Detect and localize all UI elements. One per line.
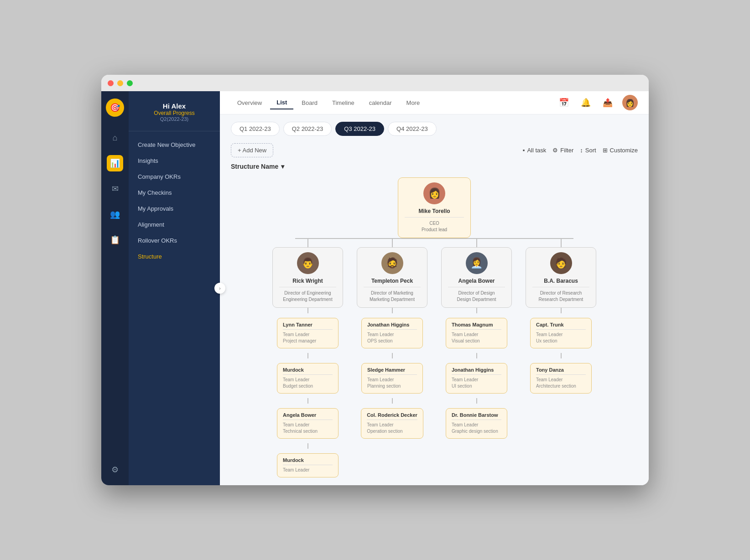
org-card-root: 👩 Mike Torello CEO Product lead bbox=[398, 177, 471, 238]
quarter-tab-q3[interactable]: Q3 2022-23 bbox=[335, 122, 384, 136]
customize-button[interactable]: ⊞ Customize bbox=[603, 147, 638, 154]
level2-col-angela: 👩‍💼 Angela Bower Director of Design Desi… bbox=[441, 238, 512, 439]
customize-icon: ⊞ bbox=[603, 147, 608, 154]
filter-icon: ⚙ bbox=[552, 147, 558, 154]
tab-more[interactable]: More bbox=[400, 97, 427, 109]
calendar-icon[interactable]: 📅 bbox=[557, 95, 571, 110]
sidebar-item-my-approvals[interactable]: My Approvals bbox=[129, 201, 220, 217]
level3-baracus-group: Capt. Trunk Team Leader Ux section bbox=[526, 308, 596, 394]
card-capt-trunk: Capt. Trunk Team Leader Ux section bbox=[530, 318, 592, 348]
org-card-baracus: 🧑 B.A. Baracus Director of Research Rese… bbox=[526, 247, 596, 308]
baracus-name: B.A. Baracus bbox=[532, 278, 589, 284]
level2-col-templeton: 🧔 Templeton Peck Director of Marketing M… bbox=[357, 238, 427, 439]
templeton-name: Templeton Peck bbox=[364, 278, 421, 284]
root-divider bbox=[405, 217, 464, 218]
sidebar-item-my-checkins[interactable]: My Checkins bbox=[129, 185, 220, 201]
app-window: 🎯 ⌂ 📊 ✉ 👥 📋 ⚙ Hi Alex Overall Progress Q… bbox=[101, 75, 649, 485]
filter-label: Filter bbox=[560, 147, 573, 154]
org-chart: 👩 Mike Torello CEO Product lead bbox=[231, 177, 638, 478]
card-angela-bower-l3: Angela Bower Team Leader Technical secti… bbox=[277, 408, 339, 439]
user-avatar[interactable]: 👩 bbox=[622, 95, 638, 110]
org-card-templeton: 🧔 Templeton Peck Director of Marketing M… bbox=[357, 247, 427, 308]
nav-sidebar: Hi Alex Overall Progress Q2(2022-23) Cre… bbox=[129, 91, 220, 485]
tab-calendar[interactable]: calendar bbox=[363, 97, 398, 109]
mail-icon[interactable]: ✉ bbox=[107, 181, 123, 197]
tab-list[interactable]: List bbox=[270, 96, 293, 109]
sidebar-item-rollover[interactable]: Rollover OKRs bbox=[129, 233, 220, 249]
org-chart-area: 👩 Mike Torello CEO Product lead bbox=[231, 177, 638, 478]
sidebar-item-alignment[interactable]: Alignment bbox=[129, 217, 220, 233]
level3-angela-group: Thomas Magnum Team Leader Visual section bbox=[441, 308, 512, 439]
main-content: Overview List Board Timeline calendar Mo… bbox=[220, 91, 649, 485]
app-logo: 🎯 bbox=[106, 99, 124, 117]
card-col-decker: Col. Roderick Decker Team Leader Operati… bbox=[361, 408, 423, 439]
sidebar-item-create-objective[interactable]: Create New Objective bbox=[129, 137, 220, 153]
level3-rick-group: Lynn Tanner Team Leader Project manager bbox=[272, 308, 343, 477]
avatar-root: 👩 bbox=[423, 182, 445, 204]
level2-col-baracus: 🧑 B.A. Baracus Director of Research Rese… bbox=[526, 238, 596, 394]
card-bonnie-barstow: Dr. Bonnie Barstow Team Leader Graphic d… bbox=[446, 408, 507, 439]
structure-header: Structure Name ▾ bbox=[231, 163, 638, 170]
avatar-baracus: 🧑 bbox=[550, 252, 572, 274]
root-title: CEO Product lead bbox=[405, 220, 464, 233]
sidebar-item-structure[interactable]: Structure bbox=[129, 249, 220, 264]
sidebar-item-company-okrs[interactable]: Company OKRs bbox=[129, 169, 220, 185]
sort-button[interactable]: ↕ Sort bbox=[580, 147, 596, 154]
card-tony-danza: Tony Danza Team Leader Architecture sect… bbox=[530, 363, 592, 394]
team-icon[interactable]: 👥 bbox=[107, 206, 123, 223]
settings-icon[interactable]: ⚙ bbox=[107, 461, 123, 478]
titlebar bbox=[101, 75, 649, 91]
avatar-templeton: 🧔 bbox=[381, 252, 403, 274]
document-icon[interactable]: 📋 bbox=[107, 232, 123, 248]
user-progress-label: Overall Progress bbox=[136, 110, 213, 116]
content-area: Q1 2022-23 Q2 2022-23 Q3 2022-23 Q4 2022… bbox=[220, 114, 649, 485]
export-icon[interactable]: 📤 bbox=[600, 95, 615, 110]
level2-card-baracus-wrap: 🧑 B.A. Baracus Director of Research Rese… bbox=[526, 247, 596, 394]
tab-timeline[interactable]: Timeline bbox=[326, 97, 361, 109]
app-body: 🎯 ⌂ 📊 ✉ 👥 📋 ⚙ Hi Alex Overall Progress Q… bbox=[101, 91, 649, 485]
chart-icon[interactable]: 📊 bbox=[107, 155, 123, 171]
quarter-tab-q4[interactable]: Q4 2022-23 bbox=[388, 122, 437, 136]
tab-overview[interactable]: Overview bbox=[231, 97, 268, 109]
avatar-rick: 👨 bbox=[297, 252, 319, 274]
level2-card-rick-wrap: 👨 Rick Wright Director of Engineering En… bbox=[272, 247, 343, 477]
rick-name: Rick Wright bbox=[279, 278, 336, 284]
chevron-down-icon[interactable]: ▾ bbox=[281, 163, 284, 170]
user-greeting: Hi Alex bbox=[136, 102, 213, 110]
sort-label: Sort bbox=[585, 147, 596, 154]
level2-col-rick: 👨 Rick Wright Director of Engineering En… bbox=[272, 238, 343, 477]
sidebar-item-insights[interactable]: Insights bbox=[129, 153, 220, 169]
notification-icon[interactable]: 🔔 bbox=[578, 95, 593, 110]
add-new-button[interactable]: + Add New bbox=[231, 143, 273, 157]
maximize-dot[interactable] bbox=[127, 80, 133, 86]
root-name: Mike Torello bbox=[405, 208, 464, 214]
tab-board[interactable]: Board bbox=[295, 97, 324, 109]
icon-sidebar: 🎯 ⌂ 📊 ✉ 👥 📋 ⚙ bbox=[101, 91, 129, 485]
org-card-angela: 👩‍💼 Angela Bower Director of Design Desi… bbox=[441, 247, 512, 308]
collapse-sidebar-button[interactable]: › bbox=[214, 283, 225, 294]
card-jonathan-higgins: Jonathan Higgins Team Leader OPS section bbox=[361, 318, 423, 348]
level2-row: 👨 Rick Wright Director of Engineering En… bbox=[272, 238, 596, 477]
all-task-button[interactable]: ▪ All task bbox=[523, 147, 547, 154]
filter-button[interactable]: ⚙ Filter bbox=[552, 147, 573, 154]
home-icon[interactable]: ⌂ bbox=[107, 130, 123, 146]
card-sledge-hammer: Sledge Hammer Team Leader Planning secti… bbox=[361, 363, 423, 394]
close-dot[interactable] bbox=[108, 80, 114, 86]
quarter-tab-q1[interactable]: Q1 2022-23 bbox=[231, 122, 280, 136]
all-task-icon: ▪ bbox=[523, 147, 525, 154]
minimize-dot[interactable] bbox=[117, 80, 123, 86]
quarter-tab-q2[interactable]: Q2 2022-23 bbox=[283, 122, 332, 136]
level2-card-angela-wrap: 👩‍💼 Angela Bower Director of Design Desi… bbox=[441, 247, 512, 439]
card-thomas-magnum: Thomas Magnum Team Leader Visual section bbox=[446, 318, 507, 348]
structure-name-label: Structure Name bbox=[231, 163, 278, 170]
topbar: Overview List Board Timeline calendar Mo… bbox=[220, 91, 649, 114]
card-lynn-tanner: Lynn Tanner Team Leader Project manager bbox=[277, 318, 339, 348]
customize-label: Customize bbox=[610, 147, 638, 154]
angela-name: Angela Bower bbox=[448, 278, 505, 284]
card-murdock-1: Murdock Team Leader Budget section bbox=[277, 363, 339, 394]
card-jonathan-higgins-2: Jonathan Higgins Team Leader UI section bbox=[446, 363, 507, 394]
view-tabs: Overview List Board Timeline calendar Mo… bbox=[231, 96, 426, 109]
level2-card-templeton-wrap: 🧔 Templeton Peck Director of Marketing M… bbox=[357, 247, 427, 439]
quarter-tabs: Q1 2022-23 Q2 2022-23 Q3 2022-23 Q4 2022… bbox=[231, 122, 638, 136]
card-murdock-2: Murdock Team Leader bbox=[277, 453, 339, 477]
